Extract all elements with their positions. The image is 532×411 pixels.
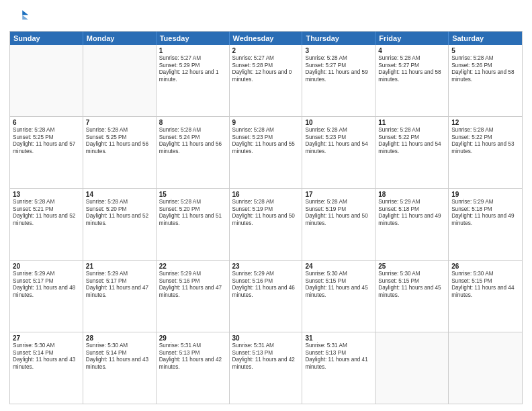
calendar-body: 1Sunrise: 5:27 AMSunset: 5:29 PMDaylight… xyxy=(10,45,522,404)
cell-info-line: Sunrise: 5:28 AM xyxy=(451,127,519,134)
cell-info-line: Sunrise: 5:29 AM xyxy=(86,271,153,278)
calendar-cell xyxy=(10,45,83,116)
cell-info-line: Sunset: 5:28 PM xyxy=(232,62,300,70)
day-number: 18 xyxy=(378,191,445,198)
day-number: 16 xyxy=(232,191,300,198)
cell-info-line: Daylight: 11 hours and 56 minutes. xyxy=(86,141,153,155)
calendar-cell: 30Sunrise: 5:31 AMSunset: 5:13 PMDayligh… xyxy=(230,332,303,404)
cell-info-line: Sunset: 5:14 PM xyxy=(86,350,153,357)
cell-info-line: Sunset: 5:17 PM xyxy=(86,278,153,285)
page-header xyxy=(9,7,523,26)
calendar-cell: 27Sunrise: 5:30 AMSunset: 5:14 PMDayligh… xyxy=(10,332,83,404)
calendar-cell: 8Sunrise: 5:28 AMSunset: 5:24 PMDaylight… xyxy=(157,117,230,188)
cell-info-line: Sunset: 5:13 PM xyxy=(305,350,372,357)
cell-info-line: Sunset: 5:22 PM xyxy=(378,134,445,142)
cell-info-line: Sunrise: 5:28 AM xyxy=(13,199,80,206)
calendar-row: 13Sunrise: 5:28 AMSunset: 5:21 PMDayligh… xyxy=(10,188,522,260)
cell-info-line: Daylight: 11 hours and 52 minutes. xyxy=(86,213,153,227)
day-number: 3 xyxy=(305,47,372,54)
calendar-cell: 21Sunrise: 5:29 AMSunset: 5:17 PMDayligh… xyxy=(83,261,157,332)
calendar-cell: 9Sunrise: 5:28 AMSunset: 5:23 PMDaylight… xyxy=(230,117,303,188)
cell-info-line: Daylight: 11 hours and 51 minutes. xyxy=(159,213,226,227)
calendar-cell: 20Sunrise: 5:29 AMSunset: 5:17 PMDayligh… xyxy=(10,261,83,332)
cell-info-line: Sunset: 5:18 PM xyxy=(378,206,445,214)
cell-info-line: Sunset: 5:21 PM xyxy=(13,206,80,214)
calendar-cell xyxy=(375,332,449,404)
cell-info-line: Sunrise: 5:27 AM xyxy=(159,55,226,62)
cell-info-line: Sunset: 5:16 PM xyxy=(232,278,300,285)
header-day-sunday: Sunday xyxy=(10,32,83,45)
day-number: 9 xyxy=(232,119,300,126)
cell-info-line: Sunset: 5:26 PM xyxy=(451,62,519,70)
cell-info-line: Sunset: 5:25 PM xyxy=(86,134,153,142)
cell-info-line: Sunrise: 5:31 AM xyxy=(305,342,372,350)
cell-info-line: Sunrise: 5:28 AM xyxy=(378,55,445,62)
cell-info-line: Sunset: 5:15 PM xyxy=(378,278,445,285)
calendar-cell xyxy=(83,45,157,116)
cell-info-line: Sunset: 5:14 PM xyxy=(13,350,80,357)
calendar-cell: 13Sunrise: 5:28 AMSunset: 5:21 PMDayligh… xyxy=(10,189,83,260)
logo xyxy=(9,7,31,26)
cell-info-line: Sunset: 5:25 PM xyxy=(13,134,80,142)
cell-info-line: Sunset: 5:19 PM xyxy=(232,206,300,214)
calendar-cell: 18Sunrise: 5:29 AMSunset: 5:18 PMDayligh… xyxy=(375,189,449,260)
cell-info-line: Sunset: 5:16 PM xyxy=(159,278,226,285)
cell-info-line: Sunset: 5:23 PM xyxy=(305,134,372,142)
day-number: 11 xyxy=(378,119,445,126)
cell-info-line: Sunset: 5:29 PM xyxy=(159,62,226,70)
cell-info-line: Sunrise: 5:28 AM xyxy=(159,127,226,134)
cell-info-line: Sunset: 5:17 PM xyxy=(13,278,80,285)
day-number: 5 xyxy=(451,47,519,54)
cell-info-line: Sunrise: 5:30 AM xyxy=(451,271,519,278)
calendar-cell: 28Sunrise: 5:30 AMSunset: 5:14 PMDayligh… xyxy=(83,332,157,404)
cell-info-line: Sunrise: 5:28 AM xyxy=(232,199,300,206)
cell-info-line: Daylight: 11 hours and 58 minutes. xyxy=(378,69,445,83)
calendar-row: 20Sunrise: 5:29 AMSunset: 5:17 PMDayligh… xyxy=(10,260,522,332)
calendar-cell: 14Sunrise: 5:28 AMSunset: 5:20 PMDayligh… xyxy=(83,189,157,260)
cell-info-line: Sunrise: 5:28 AM xyxy=(305,199,372,206)
header-day-wednesday: Wednesday xyxy=(230,32,303,45)
calendar-cell: 7Sunrise: 5:28 AMSunset: 5:25 PMDaylight… xyxy=(83,117,157,188)
cell-info-line: Sunrise: 5:29 AM xyxy=(13,271,80,278)
cell-info-line: Daylight: 12 hours and 0 minutes. xyxy=(232,69,300,83)
cell-info-line: Daylight: 11 hours and 43 minutes. xyxy=(13,357,80,371)
cell-info-line: Sunrise: 5:28 AM xyxy=(159,199,226,206)
cell-info-line: Daylight: 11 hours and 50 minutes. xyxy=(305,213,372,227)
cell-info-line: Sunset: 5:22 PM xyxy=(451,134,519,142)
cell-info-line: Daylight: 11 hours and 52 minutes. xyxy=(13,213,80,227)
cell-info-line: Sunrise: 5:28 AM xyxy=(86,199,153,206)
calendar-cell: 4Sunrise: 5:28 AMSunset: 5:27 PMDaylight… xyxy=(375,45,449,116)
day-number: 27 xyxy=(13,334,80,342)
calendar-cell: 31Sunrise: 5:31 AMSunset: 5:13 PMDayligh… xyxy=(302,332,375,404)
cell-info-line: Sunset: 5:19 PM xyxy=(305,206,372,214)
calendar-cell: 12Sunrise: 5:28 AMSunset: 5:22 PMDayligh… xyxy=(449,117,522,188)
cell-info-line: Sunrise: 5:31 AM xyxy=(232,342,300,350)
cell-info-line: Daylight: 11 hours and 47 minutes. xyxy=(159,285,226,299)
cell-info-line: Sunset: 5:27 PM xyxy=(378,62,445,70)
cell-info-line: Sunrise: 5:28 AM xyxy=(232,127,300,134)
calendar-cell: 10Sunrise: 5:28 AMSunset: 5:23 PMDayligh… xyxy=(302,117,375,188)
header-day-saturday: Saturday xyxy=(449,32,522,45)
day-number: 12 xyxy=(451,119,519,126)
svg-marker-1 xyxy=(22,15,28,19)
cell-info-line: Sunrise: 5:30 AM xyxy=(378,271,445,278)
day-number: 29 xyxy=(159,334,226,342)
cell-info-line: Daylight: 11 hours and 46 minutes. xyxy=(232,285,300,299)
calendar-cell: 3Sunrise: 5:28 AMSunset: 5:27 PMDaylight… xyxy=(302,45,375,116)
cell-info-line: Sunrise: 5:30 AM xyxy=(86,342,153,350)
cell-info-line: Daylight: 11 hours and 57 minutes. xyxy=(13,141,80,155)
cell-info-line: Sunset: 5:24 PM xyxy=(159,134,226,142)
day-number: 23 xyxy=(232,263,300,270)
day-number: 25 xyxy=(378,263,445,270)
calendar-cell: 24Sunrise: 5:30 AMSunset: 5:15 PMDayligh… xyxy=(302,261,375,332)
cell-info-line: Sunrise: 5:29 AM xyxy=(378,199,445,206)
day-number: 15 xyxy=(159,191,226,198)
cell-info-line: Sunrise: 5:28 AM xyxy=(13,127,80,134)
cell-info-line: Daylight: 11 hours and 56 minutes. xyxy=(159,141,226,155)
day-number: 20 xyxy=(13,263,80,270)
svg-marker-0 xyxy=(22,10,28,15)
logo-icon xyxy=(9,7,28,26)
calendar-cell: 23Sunrise: 5:29 AMSunset: 5:16 PMDayligh… xyxy=(230,261,303,332)
day-number: 4 xyxy=(378,47,445,54)
calendar-cell: 29Sunrise: 5:31 AMSunset: 5:13 PMDayligh… xyxy=(157,332,230,404)
